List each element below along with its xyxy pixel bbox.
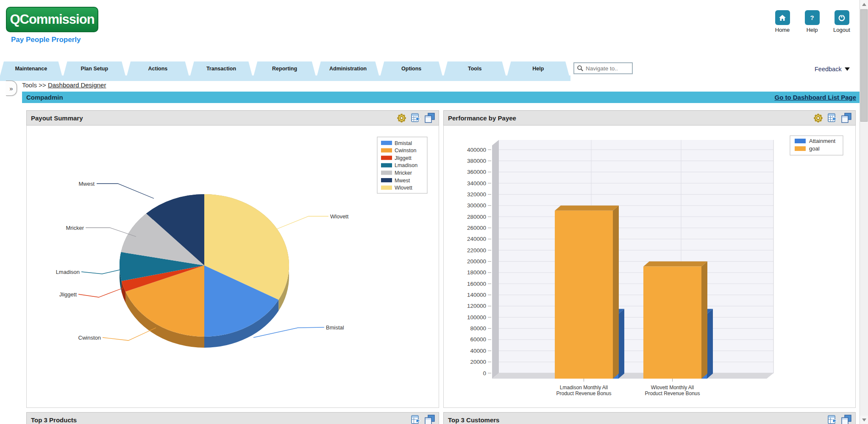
pie-callout-line-wlovett xyxy=(276,216,328,229)
legend-swatch-mwest xyxy=(381,178,392,182)
pie-label-cwinston: Cwinston xyxy=(78,335,101,341)
legend-label-wlovett: Wlovett xyxy=(395,185,412,191)
performance-chart-area: 0200004000060000800001000001200001400001… xyxy=(443,126,856,408)
tab-plan-setup[interactable]: Plan Setup xyxy=(64,61,126,76)
question-icon: ? xyxy=(805,10,820,25)
bar-goal-1-top xyxy=(643,262,707,267)
legend-swatch-jliggett xyxy=(381,156,392,160)
help-label: Help xyxy=(807,27,818,33)
bar-goal-1 xyxy=(643,267,701,379)
legend-label-mwest: Mwest xyxy=(395,178,410,184)
cascade-windows-icon[interactable] xyxy=(424,112,435,123)
pie-callout-line-bmistal xyxy=(253,327,324,338)
tab-transaction[interactable]: Transaction xyxy=(190,61,253,76)
panel-title: Performance by Payee xyxy=(448,114,516,122)
bar-attainment-0-side xyxy=(618,309,624,379)
gear-icon[interactable] xyxy=(812,112,824,124)
dashboard-title-bar: Compadmin Go to Dashboard List Page xyxy=(22,92,860,103)
x-axis-label-1: Wlovett Monthly AllProduct Revenue Bonus xyxy=(645,385,700,396)
table-export-icon[interactable] xyxy=(410,112,421,123)
qcommission-logo: QCommission xyxy=(6,7,98,32)
table-export-icon[interactable] xyxy=(827,112,838,123)
breadcrumb: Tools >> Dashboard Designer xyxy=(22,81,106,89)
vertical-scrollbar[interactable] xyxy=(860,0,868,424)
sidebar-expander-chevrons-icon[interactable]: » xyxy=(6,81,17,96)
navigate-search[interactable] xyxy=(573,62,633,74)
tab-administration[interactable]: Administration xyxy=(317,61,379,76)
bar-3d-wall xyxy=(492,140,499,379)
y-axis-label: 240000 xyxy=(467,236,486,242)
legend-swatch-lmadison xyxy=(381,163,392,167)
gear-icon[interactable] xyxy=(396,112,407,124)
breadcrumb-parent[interactable]: Tools xyxy=(22,81,39,89)
y-axis-label: 40000 xyxy=(470,348,486,354)
table-export-icon[interactable] xyxy=(827,414,838,424)
help-button[interactable]: ? Help xyxy=(802,10,822,33)
breadcrumb-separator: >> xyxy=(39,81,48,89)
pie-label-wlovett: Wlovett xyxy=(330,213,349,220)
tab-reporting[interactable]: Reporting xyxy=(253,61,316,76)
pie-callout-line-mwest xyxy=(97,184,154,198)
bar-goal-0-top xyxy=(555,206,619,211)
y-axis-label: 20000 xyxy=(470,359,486,365)
feedback-label: Feedback xyxy=(815,66,842,73)
tab-help[interactable]: Help xyxy=(507,61,570,76)
panel-title: Payout Summary xyxy=(31,114,83,122)
cascade-windows-icon[interactable] xyxy=(841,414,852,424)
pie-label-bmistal: Bmistal xyxy=(326,324,344,331)
scroll-down-arrow-icon[interactable] xyxy=(860,416,868,424)
performance-bar-chart: 0200004000060000800001000001200001400001… xyxy=(444,126,855,407)
home-button[interactable]: Home xyxy=(772,10,793,33)
y-axis-label: 60000 xyxy=(470,336,486,343)
cascade-windows-icon[interactable] xyxy=(841,112,852,123)
payout-summary-header: Payout Summary xyxy=(26,110,439,126)
legend-label-cwinston: Cwinston xyxy=(395,148,416,153)
svg-text:?: ? xyxy=(810,14,814,21)
dashboard-name: Compadmin xyxy=(26,94,63,101)
breadcrumb-current[interactable]: Dashboard Designer xyxy=(48,81,106,89)
cascade-windows-icon[interactable] xyxy=(424,414,435,424)
y-axis-label: 280000 xyxy=(467,214,486,220)
payout-pie-chart: WlovettBmistalCwinstonJliggettLmadisonMr… xyxy=(27,126,439,407)
payout-summary-panel: Payout Summary xyxy=(26,110,439,408)
header-actions: Home ? Help Logout xyxy=(772,10,852,33)
home-label: Home xyxy=(775,27,790,33)
scrollbar-thumb[interactable] xyxy=(860,9,868,122)
y-axis-label: 380000 xyxy=(467,158,486,164)
x-axis-label-0: Lmadison Monthly AllProduct Revenue Bonu… xyxy=(556,385,611,396)
search-input[interactable] xyxy=(586,65,628,72)
logo-text: QCommission xyxy=(10,12,94,27)
y-axis-label: 300000 xyxy=(467,202,486,209)
bar-goal-0 xyxy=(555,211,613,379)
tab-options[interactable]: Options xyxy=(380,61,442,76)
pie-label-mwest: Mwest xyxy=(78,181,95,187)
legend-label-attainment: Attainment xyxy=(809,138,836,144)
legend-label-mricker: Mricker xyxy=(395,170,412,176)
logout-label: Logout xyxy=(833,27,850,33)
scroll-up-arrow-icon[interactable] xyxy=(860,0,868,8)
tab-tools[interactable]: Tools xyxy=(444,61,506,76)
tab-maintenance[interactable]: Maintenance xyxy=(0,61,62,76)
y-axis-label: 100000 xyxy=(467,314,486,321)
tab-actions[interactable]: Actions xyxy=(127,61,189,76)
top-3-products-header: Top 3 Products xyxy=(26,412,439,424)
feedback-dropdown[interactable]: Feedback xyxy=(815,66,850,73)
go-to-dashboard-list-link[interactable]: Go to Dashboard List Page xyxy=(774,94,856,101)
legend-label-bmistal: Bmistal xyxy=(395,140,412,146)
legend-swatch-goal xyxy=(795,146,806,151)
legend-label-jliggett: Jliggett xyxy=(395,155,412,161)
bar-attainment-1-side xyxy=(707,309,713,379)
logo-tagline: Pay People Properly xyxy=(11,36,81,44)
legend-swatch-bmistal xyxy=(381,141,392,145)
y-axis-label: 140000 xyxy=(467,292,486,298)
tabbar-strip xyxy=(0,75,570,81)
search-icon xyxy=(577,65,584,72)
pie-label-lmadison: Lmadison xyxy=(56,269,80,275)
performance-header: Performance by Payee xyxy=(443,110,856,126)
logout-button[interactable]: Logout xyxy=(832,10,852,33)
legend-swatch-cwinston xyxy=(381,148,392,153)
table-export-icon[interactable] xyxy=(410,414,421,424)
bar-goal-0-side xyxy=(613,206,619,379)
y-axis-label: 120000 xyxy=(467,303,486,309)
legend-swatch-wlovett xyxy=(381,186,392,190)
